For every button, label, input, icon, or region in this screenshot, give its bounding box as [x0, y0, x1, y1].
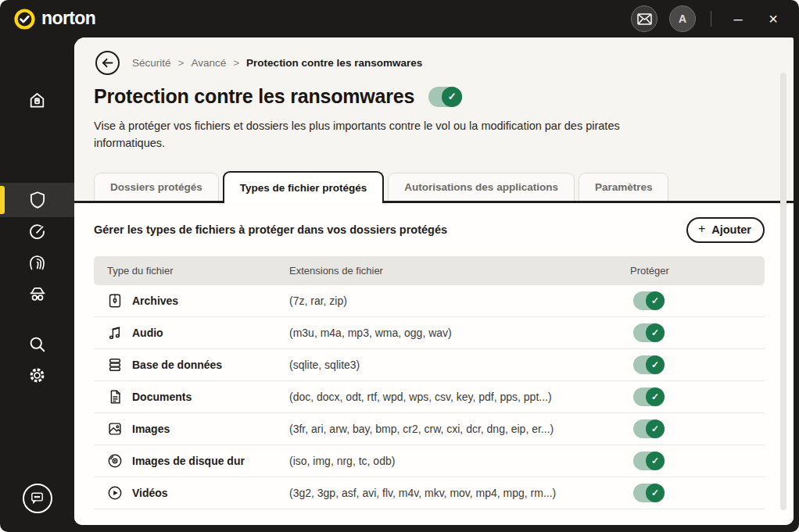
check-icon: ✓ — [651, 295, 659, 306]
breadcrumb-separator: > — [233, 57, 239, 69]
database-icon — [106, 356, 124, 373]
sidebar-nav — [0, 37, 74, 532]
norton-check-badge-icon — [14, 9, 35, 30]
table-row: Archives (7z, rar, zip) ✓ — [94, 285, 765, 317]
video-play-icon — [106, 484, 124, 502]
envelope-icon — [637, 13, 652, 25]
ransomware-protection-toggle[interactable]: ✓ — [428, 87, 462, 107]
privacy-spy-icon — [27, 284, 48, 304]
norton-logo: norton — [14, 9, 95, 30]
home-icon — [27, 91, 47, 110]
tab-protected-folders[interactable]: Dossiers protégés — [94, 173, 219, 201]
scrollbar[interactable] — [780, 73, 786, 510]
close-button[interactable]: × — [761, 7, 785, 30]
sidebar-item-privacy[interactable] — [0, 277, 74, 311]
zip-archive-icon — [106, 292, 124, 309]
sidebar-item-security[interactable] — [0, 183, 74, 217]
file-type-extensions: (iso, img, nrg, tc, odb) — [289, 455, 630, 467]
content-panel: Sécurité > Avancé > Protection contre le… — [74, 37, 794, 525]
app-window: norton A – × — [0, 0, 799, 532]
sidebar-item-identity[interactable] — [0, 245, 74, 280]
file-type-name: Base de données — [132, 359, 222, 371]
protect-toggle-disk-images[interactable]: ✓ — [633, 452, 665, 470]
sidebar-item-support[interactable] — [0, 481, 74, 516]
page-header-section: Sécurité > Avancé > Protection contre le… — [74, 37, 794, 201]
check-icon: ✓ — [651, 359, 659, 370]
protect-toggle-images[interactable]: ✓ — [633, 420, 665, 438]
check-icon: ✓ — [651, 327, 659, 338]
image-icon — [106, 420, 124, 437]
sidebar-item-performance[interactable] — [0, 214, 74, 248]
add-button-label: Ajouter — [711, 223, 751, 236]
table-header: Type du fichier Extensions de fichier Pr… — [94, 256, 765, 285]
section-title: Gérer les types de fichiers à protéger d… — [94, 223, 447, 236]
messages-button[interactable] — [631, 5, 657, 32]
protect-toggle-videos[interactable]: ✓ — [633, 484, 665, 502]
title-bar: norton A – × — [0, 0, 799, 37]
performance-gauge-icon — [27, 222, 47, 241]
protect-toggle-audio[interactable]: ✓ — [633, 323, 665, 342]
tab-app-permissions[interactable]: Autorisations des applications — [388, 173, 575, 201]
breadcrumb-item-advanced[interactable]: Avancé — [191, 57, 226, 69]
sidebar-item-search[interactable] — [0, 327, 74, 361]
document-icon — [106, 388, 124, 405]
breadcrumb-item-current: Protection contre les ransomwares — [246, 57, 422, 69]
security-shield-icon — [27, 190, 48, 210]
add-button[interactable]: + Ajouter — [686, 217, 765, 243]
protect-toggle-database[interactable]: ✓ — [633, 355, 665, 374]
minimize-button[interactable]: – — [726, 7, 750, 30]
brand-wordmark: norton — [41, 8, 95, 29]
music-note-icon — [106, 324, 124, 341]
column-header-extensions: Extensions de fichier — [289, 265, 630, 277]
tab-bar: Dossiers protégés Types de fichier proté… — [94, 171, 772, 201]
breadcrumb-item-security[interactable]: Sécurité — [132, 57, 171, 69]
file-type-name: Images — [132, 423, 170, 435]
file-type-extensions: (m3u, m4a, mp3, wma, ogg, wav) — [289, 327, 630, 339]
titlebar-divider — [711, 11, 711, 27]
sidebar-item-home[interactable] — [0, 83, 74, 117]
account-avatar[interactable]: A — [669, 5, 696, 32]
back-button[interactable] — [95, 51, 120, 75]
table-row: Base de données (sqlite, sqlite3) ✓ — [94, 349, 765, 381]
file-type-extensions: (sqlite, sqlite3) — [289, 359, 630, 371]
plus-icon: + — [698, 222, 705, 236]
file-types-table: Type du fichier Extensions de fichier Pr… — [94, 256, 765, 509]
check-icon: ✓ — [448, 91, 457, 102]
file-type-extensions: (3g2, 3gp, asf, avi, flv, m4v, mkv, mov,… — [289, 487, 630, 499]
protect-toggle-archives[interactable]: ✓ — [633, 291, 665, 310]
page-title: Protection contre les ransomwares — [94, 85, 414, 108]
file-type-name: Archives — [132, 295, 178, 307]
table-row: Documents (doc, docx, odt, rtf, wpd, wps… — [94, 381, 765, 413]
file-type-extensions: (3fr, ari, arw, bay, bmp, cr2, crw, cxi,… — [289, 423, 630, 435]
breadcrumb-separator: > — [178, 57, 185, 69]
file-type-name: Vidéos — [132, 487, 168, 499]
fingerprint-icon — [27, 253, 47, 273]
file-type-name: Audio — [132, 327, 163, 339]
arrow-left-icon — [102, 58, 113, 68]
table-row: Images de disque dur (iso, img, nrg, tc,… — [94, 445, 765, 477]
file-type-extensions: (doc, docx, odt, rtf, wpd, wps, csv, key… — [289, 391, 630, 403]
check-icon: ✓ — [651, 455, 659, 466]
disc-icon — [106, 452, 124, 470]
breadcrumb: Sécurité > Avancé > Protection contre le… — [95, 50, 772, 75]
support-chat-icon — [23, 484, 52, 513]
check-icon: ✓ — [651, 487, 659, 498]
check-icon: ✓ — [651, 423, 659, 434]
tab-settings[interactable]: Paramètres — [579, 173, 669, 201]
check-icon: ✓ — [651, 391, 659, 402]
file-type-name: Documents — [132, 391, 192, 403]
tab-content-section: Gérer les types de fichiers à protéger d… — [74, 203, 794, 525]
page-description: Vise à protéger vos fichiers et dossiers… — [94, 117, 632, 152]
settings-gear-icon — [27, 366, 47, 385]
tab-protected-file-types[interactable]: Types de fichier protégés — [223, 171, 385, 203]
file-type-name: Images de disque dur — [132, 455, 245, 467]
column-header-protect: Protéger — [630, 265, 765, 277]
table-row: Images (3fr, ari, arw, bay, bmp, cr2, cr… — [94, 413, 765, 445]
column-header-type: Type du fichier — [94, 265, 289, 277]
sidebar-item-settings[interactable] — [0, 358, 74, 392]
search-icon — [27, 334, 47, 354]
table-row: Audio (m3u, m4a, mp3, wma, ogg, wav) ✓ — [94, 317, 765, 349]
file-type-extensions: (7z, rar, zip) — [289, 295, 630, 307]
table-row: Vidéos (3g2, 3gp, asf, avi, flv, m4v, mk… — [94, 477, 765, 509]
protect-toggle-documents[interactable]: ✓ — [633, 387, 665, 406]
